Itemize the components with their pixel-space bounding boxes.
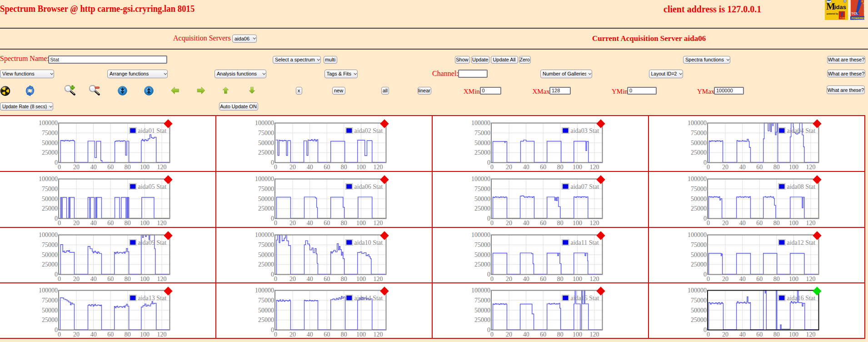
svg-text:0: 0 — [58, 275, 61, 282]
svg-text:40: 40 — [90, 275, 97, 282]
svg-text:100: 100 — [140, 219, 150, 226]
svg-text:100: 100 — [789, 275, 798, 282]
svg-text:aida05 Stat: aida05 Stat — [138, 183, 167, 190]
svg-text:100: 100 — [573, 275, 582, 282]
svg-text:100: 100 — [140, 275, 150, 282]
svg-text:50000: 50000 — [258, 307, 274, 314]
svg-text:60: 60 — [756, 163, 763, 170]
svg-text:50000: 50000 — [691, 251, 707, 258]
svg-text:120: 120 — [589, 219, 599, 226]
svg-text:75000: 75000 — [258, 241, 274, 248]
svg-text:20: 20 — [506, 163, 512, 170]
svg-text:25000: 25000 — [691, 205, 707, 212]
svg-text:0: 0 — [274, 163, 277, 170]
svg-text:40: 40 — [90, 163, 97, 170]
svg-text:60: 60 — [107, 163, 114, 170]
svg-text:20: 20 — [289, 219, 296, 226]
svg-text:0: 0 — [58, 163, 61, 170]
svg-text:0: 0 — [274, 275, 277, 282]
svg-text:100: 100 — [356, 275, 365, 282]
svg-text:80: 80 — [125, 275, 131, 282]
svg-text:TCL: TCL — [851, 11, 858, 15]
svg-text:0: 0 — [271, 159, 274, 166]
svg-text:25000: 25000 — [691, 317, 707, 324]
svg-text:120: 120 — [806, 331, 815, 338]
svg-text:40: 40 — [523, 163, 529, 170]
svg-text:80: 80 — [557, 163, 564, 170]
svg-text:40: 40 — [523, 219, 529, 226]
svg-text:75000: 75000 — [42, 297, 58, 304]
svg-text:100000: 100000 — [688, 287, 707, 294]
svg-text:40: 40 — [306, 331, 313, 338]
svg-text:0: 0 — [58, 219, 61, 226]
svg-text:80: 80 — [340, 331, 347, 338]
svg-text:60: 60 — [324, 163, 330, 170]
svg-text:100: 100 — [356, 163, 365, 170]
svg-text:40: 40 — [306, 163, 313, 170]
svg-text:100: 100 — [573, 219, 582, 226]
svg-text:120: 120 — [373, 331, 383, 338]
svg-text:60: 60 — [756, 331, 763, 338]
svg-text:0: 0 — [707, 163, 710, 170]
svg-text:50000: 50000 — [691, 139, 707, 146]
svg-text:80: 80 — [340, 163, 347, 170]
svg-text:100000: 100000 — [688, 231, 707, 238]
svg-text:20: 20 — [73, 163, 80, 170]
svg-text:120: 120 — [806, 275, 815, 282]
svg-text:0: 0 — [55, 215, 58, 222]
svg-text:40: 40 — [739, 331, 746, 338]
svg-text:100: 100 — [789, 163, 798, 170]
svg-text:40: 40 — [523, 275, 529, 282]
svg-text:80: 80 — [773, 219, 780, 226]
svg-text:120: 120 — [373, 275, 383, 282]
svg-text:100000: 100000 — [255, 287, 274, 294]
svg-text:50000: 50000 — [474, 251, 490, 258]
svg-text:40: 40 — [739, 163, 746, 170]
svg-text:100: 100 — [356, 331, 365, 338]
svg-text:60: 60 — [540, 275, 546, 282]
svg-text:120: 120 — [157, 219, 166, 226]
svg-text:aida11 Stat: aida11 Stat — [571, 239, 599, 246]
svg-text:120: 120 — [373, 163, 383, 170]
svg-text:20: 20 — [289, 275, 296, 282]
svg-text:50000: 50000 — [42, 307, 58, 314]
svg-text:aida02 Stat: aida02 Stat — [354, 127, 383, 134]
svg-text:50000: 50000 — [691, 195, 707, 202]
svg-text:50000: 50000 — [691, 307, 707, 314]
svg-text:25000: 25000 — [258, 205, 274, 212]
svg-text:aida15 Stat: aida15 Stat — [571, 295, 599, 302]
svg-text:100000: 100000 — [39, 231, 58, 238]
svg-text:75000: 75000 — [474, 241, 490, 248]
svg-text:120: 120 — [157, 275, 166, 282]
svg-text:0: 0 — [271, 215, 274, 222]
svg-text:75000: 75000 — [42, 241, 58, 248]
svg-text:0: 0 — [703, 271, 707, 278]
svg-text:0: 0 — [271, 327, 274, 333]
svg-text:50000: 50000 — [258, 195, 274, 202]
svg-text:0: 0 — [703, 215, 707, 222]
svg-text:25000: 25000 — [258, 149, 274, 156]
svg-text:100000: 100000 — [39, 176, 58, 182]
svg-text:40: 40 — [739, 219, 746, 226]
svg-text:80: 80 — [125, 163, 131, 170]
svg-text:60: 60 — [540, 163, 546, 170]
svg-text:0: 0 — [487, 327, 490, 333]
svg-text:25000: 25000 — [42, 261, 58, 268]
svg-text:60: 60 — [540, 331, 546, 338]
svg-text:POWERED: POWERED — [852, 17, 864, 20]
svg-text:20: 20 — [722, 331, 728, 338]
svg-text:100000: 100000 — [688, 176, 707, 182]
svg-text:0: 0 — [55, 159, 58, 166]
svg-text:0: 0 — [487, 271, 490, 278]
svg-text:100000: 100000 — [255, 176, 274, 182]
svg-text:80: 80 — [125, 331, 131, 338]
svg-text:25000: 25000 — [691, 261, 707, 268]
svg-text:50000: 50000 — [474, 195, 490, 202]
svg-text:0: 0 — [490, 163, 494, 170]
svg-text:80: 80 — [557, 219, 564, 226]
svg-text:100000: 100000 — [255, 120, 274, 126]
svg-text:0: 0 — [58, 331, 61, 338]
svg-text:75000: 75000 — [474, 297, 490, 304]
svg-text:25000: 25000 — [42, 149, 58, 156]
svg-text:75000: 75000 — [42, 186, 58, 192]
